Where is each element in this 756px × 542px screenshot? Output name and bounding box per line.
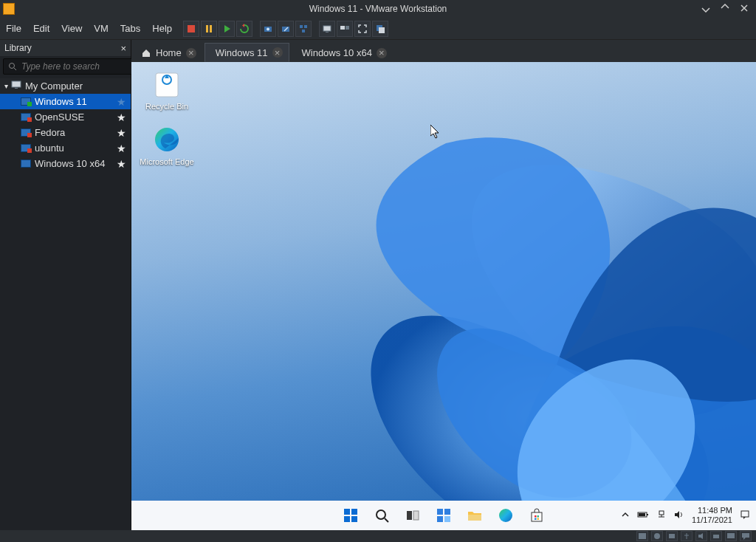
library-header: Library × — [0, 40, 131, 56]
library-sidebar: Library × ▾ My Computer Windows 11 ★ — [0, 40, 131, 530]
tree-item-fedora[interactable]: Fedora ★ — [0, 125, 131, 140]
svg-rect-26 — [351, 509, 357, 515]
svg-rect-55 — [669, 534, 675, 538]
menu-view[interactable]: View — [55, 23, 88, 34]
desktop-icon-recycle-bin[interactable]: Recycle Bin — [139, 68, 195, 112]
menu-help[interactable]: Help — [146, 23, 178, 34]
svg-rect-19 — [12, 81, 21, 87]
status-display-icon[interactable] — [725, 531, 737, 541]
caret-down-icon: ▾ — [4, 82, 8, 90]
taskbar-store-button[interactable] — [528, 507, 546, 524]
home-icon — [141, 48, 151, 58]
tab-windows-10[interactable]: Windows 10 x64 × — [291, 43, 394, 62]
menu-file[interactable]: File — [0, 23, 27, 34]
tray-notifications-icon[interactable] — [740, 510, 750, 521]
pause-button[interactable] — [201, 21, 217, 37]
svg-rect-40 — [535, 515, 537, 518]
tray-battery-icon[interactable] — [637, 510, 649, 521]
revert-snapshot-button[interactable] — [278, 21, 294, 37]
tray-chevron-icon[interactable] — [621, 510, 630, 521]
taskbar-taskview-button[interactable] — [404, 507, 422, 524]
status-cd-icon[interactable] — [651, 531, 663, 541]
svg-rect-14 — [346, 26, 349, 30]
tab-home[interactable]: Home × — [134, 43, 203, 62]
library-search-box[interactable] — [3, 58, 140, 75]
svg-point-38 — [499, 509, 512, 522]
favorite-icon[interactable]: ★ — [117, 143, 126, 154]
content-area: Home × Windows 11 × Windows 10 x64 × — [131, 40, 756, 530]
play-button[interactable] — [219, 21, 235, 37]
svg-rect-28 — [351, 516, 357, 522]
tab-label: Windows 11 — [216, 47, 268, 58]
tab-windows-11[interactable]: Windows 11 × — [205, 43, 289, 62]
svg-rect-53 — [639, 533, 646, 539]
status-usb-icon[interactable] — [681, 531, 693, 541]
favorite-icon[interactable]: ★ — [117, 96, 126, 108]
tree-item-label: Fedora — [35, 127, 65, 138]
tree-item-ubuntu[interactable]: ubuntu ★ — [0, 140, 131, 156]
library-close-button[interactable]: × — [120, 43, 126, 54]
monitor-icon — [11, 80, 21, 92]
svg-marker-60 — [743, 538, 746, 540]
vmware-device-status-bar — [0, 530, 756, 542]
taskbar-widgets-button[interactable] — [435, 507, 453, 524]
favorite-icon[interactable]: ★ — [117, 127, 126, 139]
snapshot-button[interactable] — [260, 21, 276, 37]
thumbnail-button[interactable] — [337, 21, 353, 37]
vm-icon — [21, 144, 31, 152]
svg-rect-37 — [468, 515, 481, 521]
tree-item-opensuse[interactable]: OpenSUSE ★ — [0, 109, 131, 125]
tree-item-windows-11[interactable]: Windows 11 ★ — [0, 94, 131, 109]
svg-rect-25 — [344, 509, 350, 515]
status-printer-icon[interactable] — [710, 531, 722, 541]
svg-rect-34 — [444, 509, 450, 515]
svg-rect-39 — [532, 512, 542, 521]
status-sound-icon[interactable] — [695, 531, 707, 541]
svg-rect-11 — [323, 26, 331, 31]
svg-rect-16 — [379, 27, 385, 33]
taskbar-explorer-button[interactable] — [466, 507, 484, 524]
unity-button[interactable] — [372, 21, 388, 37]
svg-rect-58 — [727, 533, 735, 538]
tab-close-button[interactable]: × — [186, 48, 196, 58]
power-off-button[interactable] — [183, 21, 199, 37]
vm-icon — [21, 97, 31, 106]
tree-item-windows-10[interactable]: Windows 10 x64 ★ — [0, 156, 131, 171]
taskbar-start-button[interactable] — [342, 507, 360, 524]
svg-rect-1 — [206, 25, 208, 32]
snapshot-manager-button[interactable] — [295, 21, 312, 37]
svg-rect-51 — [741, 511, 749, 517]
taskbar-edge-button[interactable] — [497, 507, 515, 524]
favorite-icon[interactable]: ★ — [117, 112, 126, 123]
tray-time: 11:48 PM — [692, 506, 732, 515]
svg-rect-47 — [659, 511, 664, 515]
tray-clock[interactable]: 11:48 PM 11/17/2021 — [692, 506, 732, 524]
svg-rect-20 — [15, 88, 18, 89]
menu-tabs[interactable]: Tabs — [114, 23, 146, 34]
tab-close-button[interactable]: × — [377, 48, 387, 58]
tab-close-button[interactable]: × — [272, 47, 283, 58]
desktop-icon-edge[interactable]: Microsoft Edge — [139, 123, 195, 167]
svg-rect-10 — [302, 30, 305, 32]
menu-vm[interactable]: VM — [88, 23, 114, 34]
title-bar: Windows 11 - VMware Workstation — [0, 0, 756, 18]
taskbar-search-button[interactable] — [373, 507, 391, 524]
show-console-button[interactable] — [319, 21, 335, 37]
restart-button[interactable] — [236, 21, 252, 37]
tree-root-my-computer[interactable]: ▾ My Computer — [0, 78, 131, 94]
svg-point-17 — [10, 64, 15, 69]
tray-network-icon[interactable] — [656, 510, 667, 521]
vm-icon — [21, 159, 31, 168]
favorite-icon[interactable]: ★ — [117, 158, 126, 170]
tab-label: Windows 10 x64 — [302, 47, 372, 58]
status-net-icon[interactable] — [666, 531, 678, 541]
svg-marker-4 — [242, 24, 244, 27]
svg-rect-12 — [326, 32, 329, 32]
tray-volume-icon[interactable] — [674, 510, 684, 521]
status-disk-icon[interactable] — [636, 531, 648, 541]
library-search-input[interactable] — [20, 61, 134, 72]
guest-desktop[interactable]: Recycle Bin Microsoft Edge — [131, 62, 756, 530]
status-message-icon[interactable] — [740, 531, 752, 541]
menu-edit[interactable]: Edit — [27, 23, 55, 34]
fullscreen-button[interactable] — [354, 21, 371, 37]
